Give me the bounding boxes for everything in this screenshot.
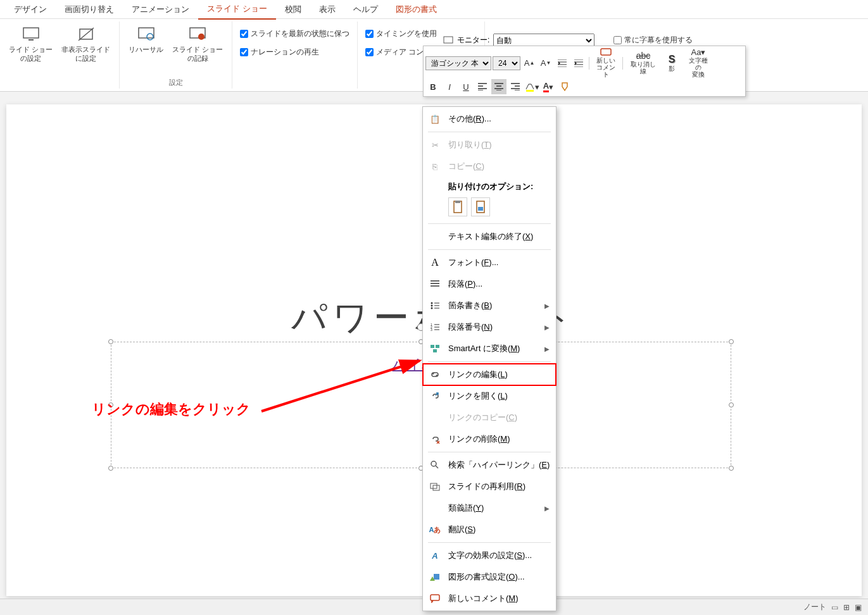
shape-format-icon: [428, 570, 442, 584]
monitor-icon: [21, 25, 41, 43]
paragraph-icon: [428, 277, 442, 291]
cm-edit-link[interactable]: リンクの編集(L): [423, 364, 556, 385]
align-left-button[interactable]: [475, 79, 490, 94]
font-size-select[interactable]: 24: [493, 56, 520, 70]
text-effect-icon: A: [428, 549, 442, 562]
paste-keep-formatting[interactable]: [448, 197, 467, 216]
tab-review[interactable]: 校閲: [276, 0, 310, 19]
tab-view[interactable]: 表示: [310, 0, 344, 19]
numbering-icon: 123: [428, 320, 442, 334]
bullets-icon: [428, 299, 442, 313]
open-link-icon: [428, 389, 442, 403]
cm-text-effects[interactable]: A文字の効果の設定(S)...: [423, 545, 556, 566]
decrease-indent-button[interactable]: [555, 56, 570, 71]
cm-paste-options: [423, 195, 556, 221]
underline-button[interactable]: U: [458, 79, 474, 94]
chk-keep-updated[interactable]: スライドを最新の状態に保つ: [237, 27, 352, 41]
slideshow-setup-button[interactable]: ライド ショー の設定: [5, 23, 56, 66]
font-family-select[interactable]: 游ゴシック 本文: [425, 56, 491, 70]
svg-rect-22: [431, 345, 434, 348]
change-case-button[interactable]: Aa▾ 文字種の 変換: [682, 48, 714, 78]
paste-picture[interactable]: [471, 197, 490, 216]
handle-bl[interactable]: [108, 466, 113, 471]
hide-slide-button[interactable]: 非表示スライド に設定: [58, 23, 114, 66]
ribbon-group-record: リハーサル スライド ショー の記録 設定: [120, 22, 232, 89]
view-sorter-icon[interactable]: ⊞: [843, 603, 850, 612]
svg-rect-28: [434, 574, 439, 580]
tab-design[interactable]: デザイン: [5, 0, 56, 19]
rehearse-button[interactable]: リハーサル: [125, 23, 167, 56]
ribbon-group-start: ライド ショー の設定 非表示スライド に設定: [0, 22, 120, 89]
svg-rect-13: [455, 201, 460, 203]
cm-copy-link: リンクのコピー(C): [423, 407, 556, 428]
svg-rect-29: [431, 595, 439, 600]
strikethrough-button[interactable]: abc 取り消し線: [626, 51, 661, 75]
cm-cut: ✂切り取り(T): [423, 134, 556, 156]
handle-br[interactable]: [729, 466, 734, 471]
handle-tr[interactable]: [729, 339, 734, 344]
other-icon: 📋: [428, 112, 442, 126]
view-normal-icon[interactable]: ▭: [831, 603, 838, 612]
cm-synonyms[interactable]: 類義語(Y)▶: [423, 497, 556, 519]
copy-icon: ⎘: [428, 159, 442, 173]
svg-point-7: [198, 34, 204, 40]
increase-font-button[interactable]: A▲: [522, 56, 537, 71]
tab-slideshow[interactable]: スライド ショー: [198, 0, 276, 20]
cm-numbering[interactable]: 123段落番号(N)▶: [423, 316, 556, 338]
cm-bullets[interactable]: 箇条書き(B)▶: [423, 295, 556, 316]
hide-slide-icon: [76, 25, 96, 43]
font-icon: A: [428, 256, 442, 270]
tab-shape-format[interactable]: 図形の書式: [387, 0, 446, 19]
delete-link-icon: [428, 432, 442, 446]
comment-icon: [428, 592, 442, 606]
svg-line-3: [79, 28, 94, 40]
svg-rect-15: [478, 207, 483, 211]
cm-exit-text-edit[interactable]: テキスト編集の終了(X): [423, 226, 556, 247]
italic-button[interactable]: I: [442, 79, 457, 94]
svg-rect-10: [526, 90, 534, 92]
status-notes[interactable]: ノート: [803, 602, 826, 612]
record-icon: [187, 25, 208, 43]
cm-translate[interactable]: Aあ翻訳(S): [423, 519, 556, 540]
svg-rect-9: [601, 49, 611, 55]
align-right-button[interactable]: [508, 79, 523, 94]
cm-font[interactable]: Aフォント(F)...: [423, 252, 556, 273]
font-color-button[interactable]: A▾: [541, 79, 556, 94]
cm-reuse-slide[interactable]: スライドの再利用(R): [423, 476, 556, 497]
svg-point-25: [431, 461, 436, 466]
link-icon: [428, 368, 442, 382]
bold-button[interactable]: B: [425, 79, 441, 94]
cm-paste-header: 貼り付けのオプション:: [423, 177, 556, 195]
new-comment-button[interactable]: 新しい コメント: [592, 48, 620, 78]
monitor-label: モニター:: [457, 35, 489, 46]
format-painter-button[interactable]: [557, 79, 572, 94]
cm-open-link[interactable]: リンクを開く(L): [423, 385, 556, 407]
handle-tl[interactable]: [108, 339, 113, 344]
highlight-button[interactable]: ▾: [524, 79, 539, 94]
tab-help[interactable]: ヘルプ: [344, 0, 387, 19]
cm-paragraph[interactable]: 段落(P)...: [423, 273, 556, 295]
increase-indent-button[interactable]: [571, 56, 586, 71]
record-slideshow-button[interactable]: スライド ショー の記録: [168, 23, 227, 66]
handle-mr[interactable]: [729, 402, 734, 407]
smartart-icon: [428, 342, 442, 356]
decrease-font-button[interactable]: A▼: [538, 56, 553, 71]
group-label-setup: 設定: [169, 78, 183, 87]
tab-transitions[interactable]: 画面切り替え: [56, 0, 123, 19]
cm-copy: ⎘コピー(C): [423, 156, 556, 177]
view-reading-icon[interactable]: ▣: [855, 603, 862, 612]
cm-shape-format[interactable]: 図形の書式設定(O)...: [423, 566, 556, 588]
chk-narration[interactable]: ナレーションの再生: [237, 45, 352, 59]
shadow-button[interactable]: S 影: [662, 54, 681, 72]
cm-new-comment[interactable]: 新しいコメント(M): [423, 588, 556, 609]
cm-other[interactable]: 📋その他(R)...: [423, 108, 556, 130]
cm-search[interactable]: 検索「ハイパーリンク」(E): [423, 454, 556, 476]
svg-rect-1: [28, 39, 34, 40]
align-center-button[interactable]: [491, 79, 506, 94]
translate-icon: Aあ: [428, 523, 442, 537]
cm-delete-link[interactable]: リンクの削除(M): [423, 428, 556, 450]
cm-smartart[interactable]: SmartArt に変換(M)▶: [423, 338, 556, 359]
tab-animations[interactable]: アニメーション: [123, 0, 198, 19]
monitor-small-icon: [443, 36, 453, 45]
mini-toolbar: 游ゴシック 本文 24 A▲ A▼ 新しい コメント abc 取り消し線 S 影…: [423, 46, 746, 97]
